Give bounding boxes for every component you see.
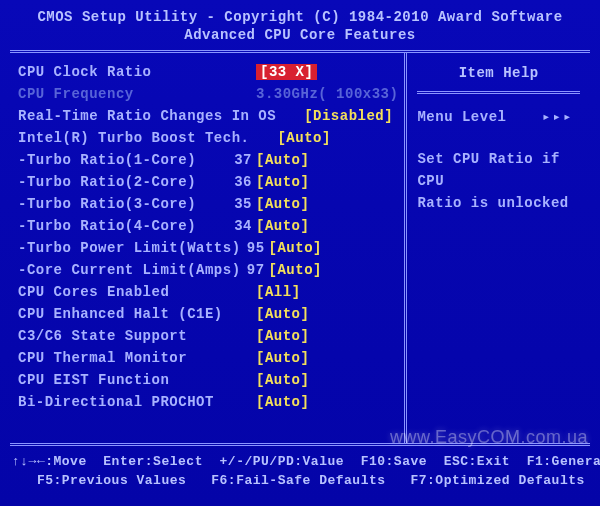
setting-value: Auto (256, 350, 309, 366)
settings-list: CPU Clock Ratio33 XCPU Frequency3.30GHz(… (10, 53, 407, 443)
setting-value: 33 X (256, 64, 317, 80)
setting-row-cpu_thermal[interactable]: CPU Thermal MonitorAuto (18, 347, 398, 369)
bios-header: CMOS Setup Utility - Copyright (C) 1984-… (0, 0, 600, 50)
setting-label: -Turbo Ratio(1-Core) (18, 152, 228, 168)
menu-level-arrows: ▸▸▸ (542, 109, 573, 125)
setting-row-realtime_ratio[interactable]: Real-Time Ratio Changes In OSDisabled (18, 105, 398, 127)
setting-value: Disabled (304, 108, 393, 124)
setting-label: -Turbo Ratio(3-Core) (18, 196, 228, 212)
setting-value: Auto (256, 394, 309, 410)
setting-value: Auto (256, 218, 309, 234)
watermark: www.EasyCOM.com.ua (390, 427, 588, 448)
setting-value: Auto (256, 152, 309, 168)
setting-label: -Turbo Ratio(2-Core) (18, 174, 228, 190)
header-title: CMOS Setup Utility - Copyright (C) 1984-… (0, 8, 600, 26)
setting-label: -Turbo Ratio(4-Core) (18, 218, 228, 234)
menu-level-label: Menu Level (417, 109, 506, 125)
setting-label: Intel(R) Turbo Boost Tech. (18, 130, 249, 146)
setting-value: Auto (256, 306, 309, 322)
footer-line2: F5:Previous Values F6:Fail-Safe Defaults… (12, 473, 585, 488)
setting-row-turbo_ratio_2[interactable]: -Turbo Ratio(2-Core)36Auto (18, 171, 398, 193)
help-title: Item Help (417, 61, 580, 94)
footer-hints: ↑↓→←:Move Enter:Select +/-/PU/PD:Value F… (0, 446, 600, 490)
setting-row-cpu_eist[interactable]: CPU EIST FunctionAuto (18, 369, 398, 391)
setting-label: Real-Time Ratio Changes In OS (18, 108, 276, 124)
setting-row-c3c6_state[interactable]: C3/C6 State SupportAuto (18, 325, 398, 347)
setting-num: 35 (228, 196, 252, 212)
setting-value: Auto (269, 262, 322, 278)
setting-label: -Core Current Limit(Amps) (18, 262, 241, 278)
setting-row-turbo_ratio_1[interactable]: -Turbo Ratio(1-Core)37Auto (18, 149, 398, 171)
setting-value: Auto (256, 196, 309, 212)
setting-row-turbo_ratio_4[interactable]: -Turbo Ratio(4-Core)34Auto (18, 215, 398, 237)
setting-num: 36 (228, 174, 252, 190)
setting-label: CPU Cores Enabled (18, 284, 228, 300)
setting-row-turbo_boost[interactable]: Intel(R) Turbo Boost Tech.Auto (18, 127, 398, 149)
setting-row-cpu_cores_enabled[interactable]: CPU Cores EnabledAll (18, 281, 398, 303)
setting-value: Auto (256, 328, 309, 344)
setting-label: -Turbo Power Limit(Watts) (18, 240, 241, 256)
setting-label: CPU EIST Function (18, 372, 228, 388)
setting-row-turbo_ratio_3[interactable]: -Turbo Ratio(3-Core)35Auto (18, 193, 398, 215)
setting-label: CPU Enhanced Halt (C1E) (18, 306, 228, 322)
setting-row-core_current_limit[interactable]: -Core Current Limit(Amps)97Auto (18, 259, 398, 281)
help-text-line2: Ratio is unlocked (417, 192, 580, 214)
setting-row-cpu_enhanced_halt[interactable]: CPU Enhanced Halt (C1E)Auto (18, 303, 398, 325)
setting-num: 95 (241, 240, 265, 256)
setting-value: All (256, 284, 301, 300)
setting-num: 34 (228, 218, 252, 234)
help-text: Set CPU Ratio if CPU Ratio is unlocked (417, 148, 580, 214)
setting-label: CPU Thermal Monitor (18, 350, 228, 366)
setting-label: CPU Clock Ratio (18, 64, 228, 80)
help-text-line1: Set CPU Ratio if CPU (417, 148, 580, 192)
setting-num: 97 (241, 262, 265, 278)
help-panel: Item Help Menu Level ▸▸▸ Set CPU Ratio i… (407, 53, 590, 443)
menu-level-row: Menu Level ▸▸▸ (417, 106, 580, 128)
setting-value: 3.30GHz( 100x33) (256, 86, 398, 102)
setting-label: Bi-Directional PROCHOT (18, 394, 228, 410)
main-panel: CPU Clock Ratio33 XCPU Frequency3.30GHz(… (10, 50, 590, 446)
setting-row-bi_prochot[interactable]: Bi-Directional PROCHOTAuto (18, 391, 398, 413)
header-subtitle: Advanced CPU Core Features (0, 26, 600, 44)
setting-row-turbo_power_limit[interactable]: -Turbo Power Limit(Watts)95Auto (18, 237, 398, 259)
setting-value: Auto (256, 372, 309, 388)
setting-row-cpu_frequency[interactable]: CPU Frequency3.30GHz( 100x33) (18, 83, 398, 105)
setting-value: Auto (269, 240, 322, 256)
footer-line1: ↑↓→←:Move Enter:Select +/-/PU/PD:Value F… (12, 454, 600, 469)
bios-screen: { "header": { "line1": "CMOS Setup Utili… (0, 0, 600, 506)
setting-value: Auto (277, 130, 330, 146)
setting-num: 37 (228, 152, 252, 168)
setting-label: CPU Frequency (18, 86, 228, 102)
setting-row-cpu_clock_ratio[interactable]: CPU Clock Ratio33 X (18, 61, 398, 83)
setting-value: Auto (256, 174, 309, 190)
setting-label: C3/C6 State Support (18, 328, 228, 344)
